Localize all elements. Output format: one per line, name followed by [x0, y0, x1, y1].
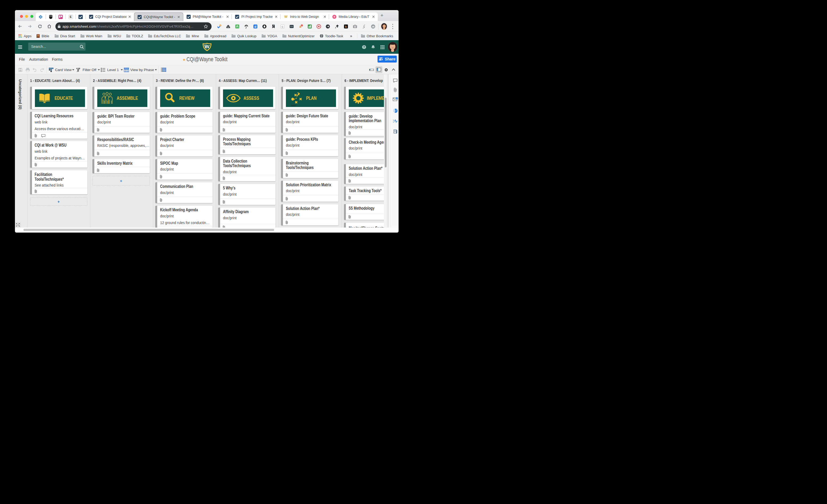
svg-text:W: W: [284, 15, 288, 19]
svg-text:E: E: [70, 15, 72, 18]
svg-text:?: ?: [396, 98, 397, 99]
svg-text:d: d: [254, 25, 256, 28]
svg-text:C: C: [282, 25, 284, 28]
svg-text:2: 2: [301, 24, 302, 26]
svg-text:k: k: [345, 25, 347, 28]
svg-text:W: W: [204, 44, 210, 49]
